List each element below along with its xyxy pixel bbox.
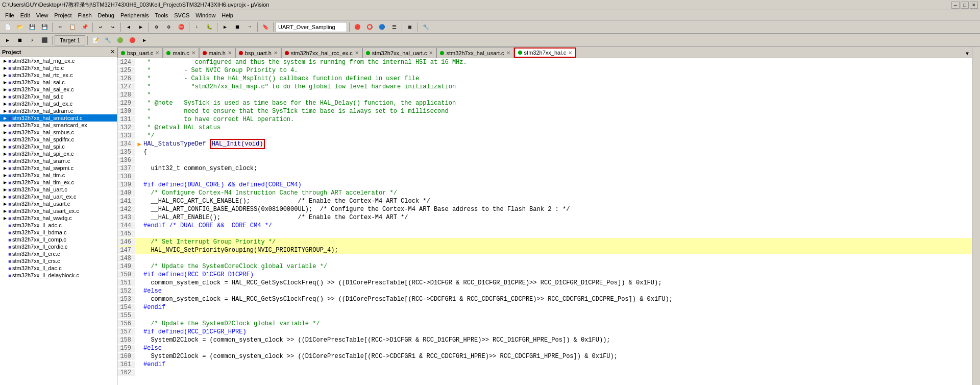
settings2-button[interactable]: ⭕ — [364, 22, 375, 32]
uart-dropdown[interactable]: UART_Over_Sampling — [276, 22, 347, 32]
sidebar-item[interactable]: ■stm32h7xx_ll_delayblock.c — [0, 272, 117, 279]
sidebar-item[interactable]: ▶■stm32h7xx_hal_usart.c — [0, 200, 117, 207]
sidebar-item[interactable]: ▶■stm32h7xx_hal_rtc_ex.c — [0, 71, 117, 79]
undo-button[interactable]: ↩ — [95, 22, 106, 32]
vertical-scrollbar[interactable] — [972, 47, 980, 385]
cut-button[interactable]: ✂ — [55, 22, 66, 32]
new-file-button[interactable]: 📄 — [2, 22, 13, 32]
tab-collapse-button[interactable]: ▼ — [965, 50, 970, 58]
sidebar-item[interactable]: ▶■stm32h7xx_hal_rtc.c — [0, 64, 117, 71]
debug-button[interactable]: 🐛 — [204, 22, 215, 32]
code-area[interactable]: 124 * configured and thus the system is … — [117, 58, 972, 385]
menu-view[interactable]: View — [33, 11, 52, 19]
sidebar-item[interactable]: ▶■stm32h7xx_hal_spi_ex.c — [0, 150, 117, 157]
sidebar-item[interactable]: ▶■stm32h7xx_hal_tim.c — [0, 172, 117, 179]
menu-svcs[interactable]: SVCS — [171, 11, 192, 19]
stop-button[interactable]: ⏹ — [232, 22, 243, 32]
sidebar-item[interactable]: ▶■stm32h7xx_hal_usart_ex.c — [0, 207, 117, 214]
menu-button[interactable]: ☰ — [388, 22, 400, 32]
maximize-button[interactable]: □ — [961, 2, 969, 9]
build-button[interactable]: ⚙ — [151, 22, 162, 32]
menu-peripherals[interactable]: Peripherals — [117, 11, 152, 19]
minimize-button[interactable]: ─ — [951, 2, 960, 9]
menu-window[interactable]: Window — [192, 11, 218, 19]
menu-file[interactable]: File — [2, 11, 17, 19]
sidebar-item[interactable]: ■stm32h7xx_ll_comp.c — [0, 236, 117, 243]
sidebar-item[interactable]: ▶■stm32h7xx_hal_sdram.c — [0, 107, 117, 114]
tab-stm32h7xx_hal_rcc_ex_c[interactable]: stm32h7xx_hal_rcc_ex.c✕ — [281, 47, 362, 58]
close-button[interactable]: ✕ — [970, 2, 978, 9]
tab-stm32h7xx_hal_uart_c[interactable]: stm32h7xx_hal_uart.c✕ — [362, 47, 437, 58]
sidebar-item[interactable]: ■stm32h7xx_ll_crc.c — [0, 250, 117, 257]
tab-stm32h7xx_hal_usart_c[interactable]: stm32h7xx_hal_usart.c✕ — [436, 47, 513, 58]
tab-stm32h7xx_hal_c[interactable]: stm32h7xx_hal.c✕ — [514, 47, 577, 58]
sidebar-item[interactable]: ▶■stm32h7xx_hal_rng_ex.c — [0, 57, 117, 64]
t2-btn4[interactable]: ⬛ — [39, 35, 50, 45]
menu-flash[interactable]: Flash — [75, 11, 95, 19]
tab-bsp_uart_c[interactable]: bsp_uart.c✕ — [117, 47, 163, 58]
save-button[interactable]: 💾 — [27, 22, 38, 32]
sidebar-item[interactable]: ■stm32h7xx_ll_cordic.c — [0, 243, 117, 250]
target-options[interactable]: Target 1 — [55, 35, 85, 45]
tab-close-button[interactable]: ✕ — [355, 50, 359, 56]
sidebar-item[interactable]: ▶■stm32h7xx_hal_tim_ex.c — [0, 179, 117, 186]
redo-button[interactable]: ↪ — [107, 22, 118, 32]
menu-help[interactable]: Help — [218, 11, 236, 19]
settings3-button[interactable]: 🔵 — [376, 22, 387, 32]
sidebar-item[interactable]: ▶■stm32h7xx_hal_sd_ex.c — [0, 100, 117, 107]
sidebar-item[interactable]: ▶■stm32h7xx_hal_sai.c — [0, 79, 117, 86]
sidebar-item[interactable]: ■stm32h7xx_ll_crs.c — [0, 257, 117, 264]
save-all-button[interactable]: 💾 — [39, 22, 50, 32]
sidebar-item[interactable]: ▶■stm32h7xx_hal_uart_ex.c — [0, 193, 117, 200]
tab-main_c[interactable]: main.c✕ — [163, 47, 199, 58]
tab-close-button[interactable]: ✕ — [155, 50, 159, 56]
sidebar-item[interactable]: ▶■stm32h7xx_hal_smbus.c — [0, 129, 117, 136]
paste-button[interactable]: 📌 — [79, 22, 90, 32]
t2-btn9[interactable]: ▶ — [139, 35, 150, 45]
sidebar-item[interactable]: ▶■stm32h7xx_hal_spdifrx.c — [0, 136, 117, 143]
open-button[interactable]: 📂 — [14, 22, 26, 32]
download-button[interactable]: ↓ — [191, 22, 203, 32]
copy-button[interactable]: 📋 — [67, 22, 78, 32]
tab-close-button[interactable]: ✕ — [568, 50, 572, 56]
t2-btn7[interactable]: 🟢 — [114, 35, 126, 45]
settings-button[interactable]: 🔴 — [352, 22, 363, 32]
sidebar-item[interactable]: ▶■stm32h7xx_hal_sd.c — [0, 93, 117, 100]
sidebar-item[interactable]: ▶■stm32h7xx_hal_uart.c — [0, 186, 117, 193]
t2-btn6[interactable]: 🔧 — [102, 35, 113, 45]
sidebar-item[interactable]: ▶■stm32h7xx_hal_wwdg.c — [0, 214, 117, 222]
rebuild-button[interactable]: ⚙ — [163, 22, 175, 32]
sidebar-item[interactable]: ▶■stm32h7xx_hal_sai_ex.c — [0, 86, 117, 93]
t2-btn2[interactable]: ⏹ — [14, 35, 26, 45]
tab-main_h[interactable]: main.h✕ — [199, 47, 235, 58]
sidebar-item[interactable]: ▶■stm32h7xx_hal_sram.c — [0, 157, 117, 164]
menu-edit[interactable]: Edit — [17, 11, 33, 19]
run-button[interactable]: ▶ — [219, 22, 231, 32]
title-buttons[interactable]: ─ □ ✕ — [951, 2, 978, 9]
step-button[interactable]: → — [244, 22, 255, 32]
tab-close-button[interactable]: ✕ — [191, 50, 195, 56]
tab-close-button[interactable]: ✕ — [506, 50, 510, 56]
forward-button[interactable]: ▶ — [135, 22, 146, 32]
sidebar-item[interactable]: ■stm32h7xx_ll_adc.c — [0, 222, 117, 229]
sidebar-item[interactable]: ■stm32h7xx_ll_dac.c — [0, 264, 117, 272]
tab-close-button[interactable]: ✕ — [274, 50, 278, 56]
sidebar-close-button[interactable]: ✕ — [110, 49, 115, 55]
sidebar-item[interactable]: ▶■stm32h7xx_hal_smartcard.c — [0, 114, 117, 122]
t2-btn1[interactable]: ▶ — [2, 35, 13, 45]
sidebar-item[interactable]: ▶■stm32h7xx_hal_smartcard_ex — [0, 122, 117, 129]
tab-close-button[interactable]: ✕ — [228, 50, 232, 56]
sidebar-item[interactable]: ▶■stm32h7xx_hal_spi.c — [0, 143, 117, 150]
menu-tools[interactable]: Tools — [152, 11, 172, 19]
sidebar-item[interactable]: ■stm32h7xx_ll_bdma.c — [0, 229, 117, 236]
back-button[interactable]: ◀ — [123, 22, 134, 32]
menu-debug[interactable]: Debug — [95, 11, 117, 19]
t2-btn5[interactable]: 📝 — [90, 35, 101, 45]
t2-btn8[interactable]: 🔴 — [127, 35, 138, 45]
layout-button[interactable]: ▦ — [404, 22, 415, 32]
stop-build-button[interactable]: ⛔ — [176, 22, 187, 32]
tab-bsp_uart_h[interactable]: bsp_uart.h✕ — [235, 47, 281, 58]
tab-close-button[interactable]: ✕ — [429, 50, 433, 56]
bookmark-button[interactable]: 🔖 — [260, 22, 271, 32]
sidebar-item[interactable]: ▶■stm32h7xx_hal_swpmi.c — [0, 164, 117, 172]
